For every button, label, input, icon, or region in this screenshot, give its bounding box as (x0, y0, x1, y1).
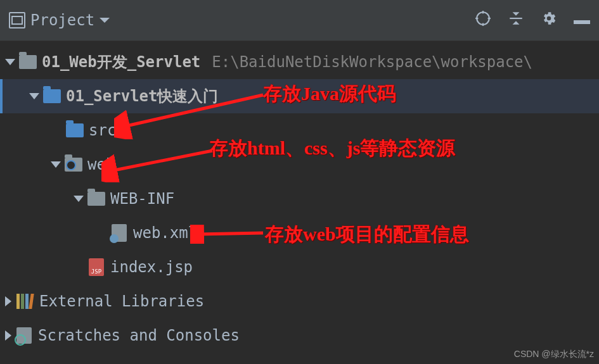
svg-marker-6 (513, 12, 520, 15)
expand-toggle-icon[interactable] (51, 161, 61, 168)
scratches-icon (16, 327, 32, 344)
project-view-icon (9, 12, 25, 28)
expand-toggle-icon[interactable] (29, 93, 39, 99)
project-tree: 01_Web开发_Servlet E:\BaiduNetDiskWorkspac… (0, 41, 599, 353)
external-libraries-label: External Libraries (39, 292, 204, 310)
project-panel-title: Project (30, 11, 94, 29)
project-panel-header: Project (0, 0, 599, 41)
tree-scratch-row[interactable]: Scratches and Consoles (0, 318, 599, 353)
tree-module-row[interactable]: 01_Servlet快速入门 (0, 79, 599, 113)
module-folder-icon (43, 89, 61, 103)
svg-rect-5 (510, 18, 522, 19)
header-right (475, 10, 590, 30)
module-name: 01_Servlet快速入门 (66, 86, 219, 106)
locate-icon[interactable] (475, 10, 491, 30)
root-project-name: 01_Web开发_Servlet (42, 52, 200, 72)
expand-toggle-icon[interactable] (74, 196, 84, 202)
xml-file-icon (112, 224, 127, 242)
hide-icon[interactable] (574, 11, 590, 29)
scratches-label: Scratches and Consoles (38, 327, 240, 344)
tree-extlib-row[interactable]: External Libraries (0, 284, 599, 318)
jsp-file-icon: JSP (89, 258, 104, 276)
svg-marker-7 (513, 21, 520, 24)
web-folder-name: web (87, 156, 115, 173)
expand-toggle-icon[interactable] (5, 296, 11, 306)
tree-src-row[interactable]: src (0, 113, 599, 147)
expand-toggle-icon[interactable] (5, 59, 15, 65)
src-folder-icon (66, 123, 84, 137)
svg-point-0 (477, 12, 489, 25)
project-folder-icon (19, 55, 37, 69)
tree-indexjsp-row[interactable]: JSP index.jsp (0, 250, 599, 284)
src-folder-name: src (89, 122, 116, 139)
expand-toggle-icon[interactable] (5, 330, 11, 341)
header-left[interactable]: Project (9, 11, 110, 29)
settings-icon[interactable] (541, 10, 557, 30)
tree-web-row[interactable]: web (0, 147, 599, 182)
indexjsp-file-name: index.jsp (110, 258, 193, 276)
tree-root-row[interactable]: 01_Web开发_Servlet E:\BaiduNetDiskWorkspac… (0, 45, 599, 79)
libraries-icon (16, 294, 33, 309)
webinf-folder-name: WEB-INF (110, 190, 174, 208)
dropdown-arrow-icon[interactable] (100, 18, 110, 23)
tree-webxml-row[interactable]: web.xml (0, 216, 599, 250)
web-folder-icon (65, 158, 82, 172)
tree-webinf-row[interactable]: WEB-INF (0, 182, 599, 216)
webinf-folder-icon (87, 192, 105, 206)
svg-rect-8 (574, 20, 590, 24)
webxml-file-name: web.xml (133, 224, 197, 242)
root-project-path: E:\BaiduNetDiskWorkspace\workspace\ (212, 53, 532, 71)
collapse-all-icon[interactable] (508, 10, 524, 30)
watermark: CSDN @绿水长流*z (514, 349, 594, 360)
